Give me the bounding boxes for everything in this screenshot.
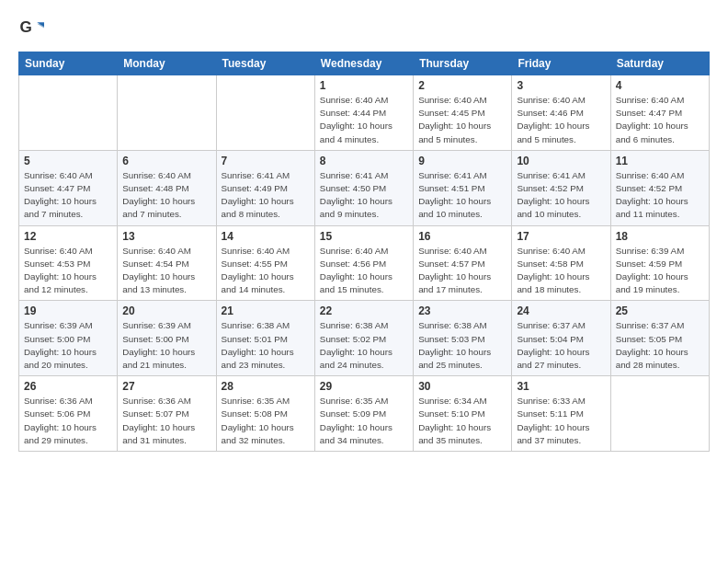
day-cell: 5Sunrise: 6:40 AM Sunset: 4:47 PM Daylig… — [19, 150, 118, 225]
day-number: 15 — [320, 230, 408, 243]
day-number: 11 — [616, 155, 704, 167]
day-number: 7 — [222, 155, 310, 167]
day-cell: 20Sunrise: 6:39 AM Sunset: 5:00 PM Dayli… — [118, 301, 216, 376]
day-number: 21 — [222, 304, 310, 317]
day-number: 27 — [122, 380, 210, 393]
day-cell: 7Sunrise: 6:41 AM Sunset: 4:49 PM Daylig… — [216, 150, 314, 225]
day-number: 12 — [24, 230, 112, 243]
day-cell: 26Sunrise: 6:36 AM Sunset: 5:06 PM Dayli… — [19, 376, 118, 452]
day-cell: 17Sunrise: 6:40 AM Sunset: 4:58 PM Dayli… — [512, 225, 610, 301]
day-cell: 6Sunrise: 6:40 AM Sunset: 4:48 PM Daylig… — [118, 150, 216, 225]
day-number: 9 — [418, 155, 506, 167]
day-info: Sunrise: 6:39 AM Sunset: 5:00 PM Dayligh… — [24, 319, 112, 372]
header-row: SundayMondayTuesdayWednesdayThursdayFrid… — [19, 52, 710, 75]
logo-icon: G — [18, 17, 44, 42]
day-header-monday: Monday — [118, 52, 216, 75]
week-row-2: 12Sunrise: 6:40 AM Sunset: 4:53 PM Dayli… — [19, 225, 710, 301]
day-number: 6 — [122, 155, 210, 167]
day-header-saturday: Saturday — [610, 52, 709, 75]
day-info: Sunrise: 6:40 AM Sunset: 4:44 PM Dayligh… — [320, 94, 408, 146]
day-cell: 2Sunrise: 6:40 AM Sunset: 4:45 PM Daylig… — [414, 75, 512, 151]
day-info: Sunrise: 6:34 AM Sunset: 5:10 PM Dayligh… — [418, 395, 506, 447]
day-number: 20 — [122, 304, 210, 317]
day-cell — [19, 75, 118, 151]
day-header-sunday: Sunday — [19, 52, 118, 75]
day-number: 23 — [418, 304, 506, 317]
svg-marker-2 — [37, 24, 44, 29]
page: G SundayMondayTuesdayWednesdayThursdayFr… — [0, 0, 728, 461]
week-row-0: 1Sunrise: 6:40 AM Sunset: 4:44 PM Daylig… — [19, 75, 710, 151]
day-info: Sunrise: 6:40 AM Sunset: 4:55 PM Dayligh… — [222, 245, 310, 297]
day-cell: 23Sunrise: 6:38 AM Sunset: 5:03 PM Dayli… — [414, 301, 512, 376]
day-info: Sunrise: 6:40 AM Sunset: 4:54 PM Dayligh… — [122, 245, 210, 297]
day-info: Sunrise: 6:37 AM Sunset: 5:05 PM Dayligh… — [616, 319, 704, 372]
day-number: 22 — [320, 304, 408, 317]
day-cell: 31Sunrise: 6:33 AM Sunset: 5:11 PM Dayli… — [512, 376, 610, 452]
day-info: Sunrise: 6:35 AM Sunset: 5:08 PM Dayligh… — [222, 395, 310, 447]
day-cell: 14Sunrise: 6:40 AM Sunset: 4:55 PM Dayli… — [216, 225, 314, 301]
day-header-thursday: Thursday — [414, 52, 512, 75]
day-cell — [216, 75, 314, 151]
day-cell: 18Sunrise: 6:39 AM Sunset: 4:59 PM Dayli… — [610, 225, 709, 301]
day-info: Sunrise: 6:35 AM Sunset: 5:09 PM Dayligh… — [320, 395, 408, 447]
day-info: Sunrise: 6:38 AM Sunset: 5:03 PM Dayligh… — [418, 319, 506, 372]
day-info: Sunrise: 6:38 AM Sunset: 5:02 PM Dayligh… — [320, 319, 408, 372]
day-cell: 16Sunrise: 6:40 AM Sunset: 4:57 PM Dayli… — [414, 225, 512, 301]
day-number: 10 — [517, 155, 605, 167]
day-info: Sunrise: 6:41 AM Sunset: 4:52 PM Dayligh… — [517, 169, 605, 222]
day-number: 5 — [24, 155, 112, 167]
day-number: 24 — [517, 304, 605, 317]
day-cell: 13Sunrise: 6:40 AM Sunset: 4:54 PM Dayli… — [118, 225, 216, 301]
day-number: 29 — [320, 380, 408, 393]
day-info: Sunrise: 6:33 AM Sunset: 5:11 PM Dayligh… — [517, 395, 605, 447]
day-cell: 11Sunrise: 6:40 AM Sunset: 4:52 PM Dayli… — [610, 150, 709, 225]
day-cell: 1Sunrise: 6:40 AM Sunset: 4:44 PM Daylig… — [314, 75, 413, 151]
day-info: Sunrise: 6:40 AM Sunset: 4:56 PM Dayligh… — [320, 245, 408, 297]
svg-text:G: G — [20, 18, 32, 36]
day-cell: 12Sunrise: 6:40 AM Sunset: 4:53 PM Dayli… — [19, 225, 118, 301]
day-cell: 27Sunrise: 6:36 AM Sunset: 5:07 PM Dayli… — [118, 376, 216, 452]
day-cell: 9Sunrise: 6:41 AM Sunset: 4:51 PM Daylig… — [414, 150, 512, 225]
day-number: 1 — [320, 79, 408, 92]
day-info: Sunrise: 6:41 AM Sunset: 4:50 PM Dayligh… — [320, 169, 408, 222]
header-area: G — [18, 17, 710, 42]
day-number: 26 — [24, 380, 112, 393]
day-info: Sunrise: 6:40 AM Sunset: 4:47 PM Dayligh… — [24, 169, 112, 222]
day-header-friday: Friday — [512, 52, 610, 75]
day-info: Sunrise: 6:40 AM Sunset: 4:57 PM Dayligh… — [418, 245, 506, 297]
day-info: Sunrise: 6:38 AM Sunset: 5:01 PM Dayligh… — [222, 319, 310, 372]
day-number: 13 — [122, 230, 210, 243]
calendar-table: SundayMondayTuesdayWednesdayThursdayFrid… — [18, 52, 710, 452]
day-cell: 15Sunrise: 6:40 AM Sunset: 4:56 PM Dayli… — [314, 225, 413, 301]
day-number: 16 — [418, 230, 506, 243]
day-number: 28 — [222, 380, 310, 393]
day-cell: 22Sunrise: 6:38 AM Sunset: 5:02 PM Dayli… — [314, 301, 413, 376]
day-number: 30 — [418, 380, 506, 393]
day-info: Sunrise: 6:40 AM Sunset: 4:58 PM Dayligh… — [517, 245, 605, 297]
week-row-4: 26Sunrise: 6:36 AM Sunset: 5:06 PM Dayli… — [19, 376, 710, 452]
day-cell: 30Sunrise: 6:34 AM Sunset: 5:10 PM Dayli… — [414, 376, 512, 452]
day-info: Sunrise: 6:40 AM Sunset: 4:48 PM Dayligh… — [122, 169, 210, 222]
day-number: 3 — [517, 79, 605, 92]
day-cell: 4Sunrise: 6:40 AM Sunset: 4:47 PM Daylig… — [610, 75, 709, 151]
day-cell: 3Sunrise: 6:40 AM Sunset: 4:46 PM Daylig… — [512, 75, 610, 151]
day-info: Sunrise: 6:36 AM Sunset: 5:06 PM Dayligh… — [24, 395, 112, 447]
day-info: Sunrise: 6:37 AM Sunset: 5:04 PM Dayligh… — [517, 319, 605, 372]
day-number: 17 — [517, 230, 605, 243]
day-info: Sunrise: 6:40 AM Sunset: 4:46 PM Dayligh… — [517, 94, 605, 146]
day-info: Sunrise: 6:36 AM Sunset: 5:07 PM Dayligh… — [122, 395, 210, 447]
day-number: 2 — [418, 79, 506, 92]
week-row-3: 19Sunrise: 6:39 AM Sunset: 5:00 PM Dayli… — [19, 301, 710, 376]
day-info: Sunrise: 6:40 AM Sunset: 4:52 PM Dayligh… — [616, 169, 704, 222]
day-cell: 24Sunrise: 6:37 AM Sunset: 5:04 PM Dayli… — [512, 301, 610, 376]
day-info: Sunrise: 6:41 AM Sunset: 4:49 PM Dayligh… — [222, 169, 310, 222]
logo: G — [18, 17, 48, 42]
day-number: 19 — [24, 304, 112, 317]
day-info: Sunrise: 6:40 AM Sunset: 4:53 PM Dayligh… — [24, 245, 112, 297]
day-cell: 25Sunrise: 6:37 AM Sunset: 5:05 PM Dayli… — [610, 301, 709, 376]
day-cell: 8Sunrise: 6:41 AM Sunset: 4:50 PM Daylig… — [314, 150, 413, 225]
day-info: Sunrise: 6:41 AM Sunset: 4:51 PM Dayligh… — [418, 169, 506, 222]
day-cell: 28Sunrise: 6:35 AM Sunset: 5:08 PM Dayli… — [216, 376, 314, 452]
day-info: Sunrise: 6:39 AM Sunset: 5:00 PM Dayligh… — [122, 319, 210, 372]
day-number: 8 — [320, 155, 408, 167]
